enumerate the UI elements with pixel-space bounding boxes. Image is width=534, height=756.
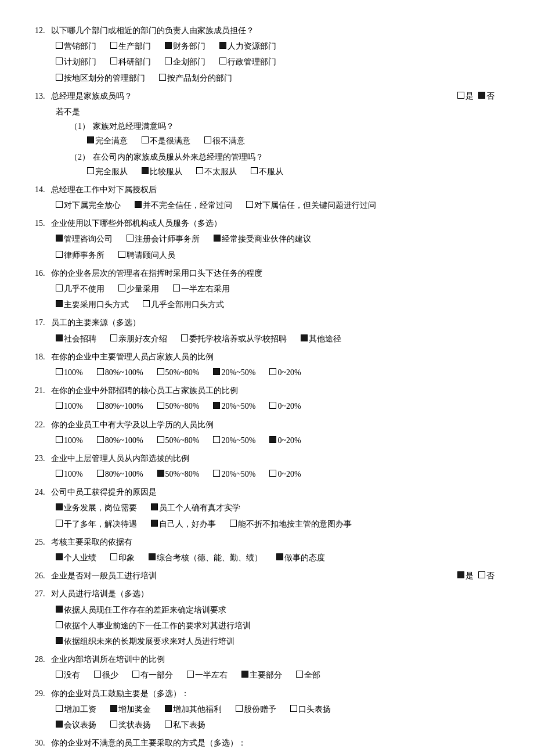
option-item[interactable]: 20%~50%	[213, 467, 255, 481]
unchecked-checkbox[interactable]	[110, 553, 117, 560]
option-item[interactable]: 生产部门	[110, 39, 151, 53]
checked-checkbox[interactable]	[276, 553, 283, 560]
option-item[interactable]: 按产品划分的部门	[159, 71, 232, 85]
option-item[interactable]: 奖状表扬	[110, 718, 151, 732]
option-item[interactable]: 80%~100%	[97, 399, 143, 413]
unchecked-checkbox[interactable]	[290, 705, 297, 712]
option-item[interactable]: 增加其他福利	[165, 702, 222, 717]
option-item[interactable]: 依据组织未来的长期发展要求来对人员进行培训	[56, 634, 234, 649]
checked-checkbox[interactable]	[219, 42, 226, 49]
option-item[interactable]: 20%~50%	[213, 365, 255, 380]
option-item[interactable]: 私下表扬	[165, 718, 205, 732]
unchecked-checkbox[interactable]	[173, 285, 180, 291]
unchecked-checkbox[interactable]	[157, 402, 164, 409]
checked-checkbox[interactable]	[56, 334, 63, 341]
option-item[interactable]: 一半左右采用	[173, 282, 230, 296]
option-item[interactable]: 一半左右	[187, 668, 228, 682]
unchecked-checkbox[interactable]	[269, 402, 276, 409]
option-item[interactable]: 80%~100%	[97, 467, 143, 481]
option-item[interactable]: 经常接受商业伙伴的建议	[214, 232, 311, 246]
unchecked-checkbox[interactable]	[269, 470, 276, 477]
checked-checkbox[interactable]	[56, 721, 63, 728]
option-item[interactable]: 0~20%	[269, 365, 301, 380]
option-item[interactable]: 完全满意	[87, 134, 128, 148]
option-item[interactable]: 否	[478, 568, 495, 583]
option-item[interactable]: 20%~50%	[213, 433, 255, 448]
unchecked-checkbox[interactable]	[97, 402, 104, 409]
unchecked-checkbox[interactable]	[56, 470, 63, 477]
option-item[interactable]: 依据人员现任工作存在的差距来确定培训要求	[56, 603, 226, 617]
checked-checkbox[interactable]	[56, 637, 63, 644]
option-item[interactable]: 全部	[296, 668, 320, 682]
checked-checkbox[interactable]	[110, 705, 117, 712]
checked-checkbox[interactable]	[151, 503, 158, 510]
option-item[interactable]: 营销部门	[56, 39, 96, 53]
option-item[interactable]: 100%	[56, 399, 83, 413]
unchecked-checkbox[interactable]	[56, 201, 63, 208]
option-item[interactable]: 并不完全信任，经常过问	[135, 198, 232, 213]
option-item[interactable]: 少量采用	[118, 282, 159, 296]
unchecked-checkbox[interactable]	[143, 300, 150, 307]
unchecked-checkbox[interactable]	[159, 74, 166, 81]
option-item[interactable]: 80%~100%	[97, 365, 143, 380]
checked-checkbox[interactable]	[213, 402, 220, 409]
option-item[interactable]: 100%	[56, 467, 83, 481]
checked-checkbox[interactable]	[135, 201, 142, 208]
unchecked-checkbox[interactable]	[213, 470, 220, 477]
option-item[interactable]: 100%	[56, 433, 83, 448]
unchecked-checkbox[interactable]	[127, 235, 134, 242]
option-item[interactable]: 口头表扬	[290, 702, 331, 717]
unchecked-checkbox[interactable]	[187, 671, 194, 678]
option-item[interactable]: 财务部门	[165, 39, 205, 53]
option-item[interactable]: 能不折不扣地按主管的意图办事	[230, 517, 352, 531]
option-item[interactable]: 80%~100%	[97, 433, 143, 448]
unchecked-checkbox[interactable]	[56, 621, 63, 628]
unchecked-checkbox[interactable]	[56, 671, 63, 678]
option-item[interactable]: 0~20%	[269, 399, 301, 413]
option-item[interactable]: 100%	[56, 365, 83, 380]
checked-checkbox[interactable]	[56, 300, 63, 307]
option-item[interactable]: 有一部分	[132, 668, 173, 682]
option-item[interactable]: 完全服从	[87, 164, 128, 179]
unchecked-checkbox[interactable]	[56, 57, 63, 64]
option-item[interactable]: 几乎全部用口头方式	[143, 297, 224, 312]
checked-checkbox[interactable]	[87, 136, 94, 143]
option-item[interactable]: 聘请顾问人员	[118, 248, 175, 262]
unchecked-checkbox[interactable]	[181, 334, 188, 341]
checked-checkbox[interactable]	[241, 671, 248, 678]
unchecked-checkbox[interactable]	[236, 705, 243, 712]
option-item[interactable]: 股份赠予	[236, 702, 276, 717]
option-item[interactable]: 行政管理部门	[219, 55, 276, 69]
unchecked-checkbox[interactable]	[196, 167, 203, 174]
unchecked-checkbox[interactable]	[246, 201, 253, 208]
option-item[interactable]: 很少	[94, 668, 118, 682]
option-item[interactable]: 注册会计师事务所	[127, 232, 200, 246]
unchecked-checkbox[interactable]	[56, 368, 63, 375]
unchecked-checkbox[interactable]	[110, 57, 117, 64]
checked-checkbox[interactable]	[165, 705, 172, 712]
option-item[interactable]: 自己人，好办事	[151, 517, 216, 531]
unchecked-checkbox[interactable]	[132, 671, 139, 678]
checked-checkbox[interactable]	[165, 42, 172, 49]
unchecked-checkbox[interactable]	[56, 42, 63, 49]
unchecked-checkbox[interactable]	[251, 167, 258, 174]
unchecked-checkbox[interactable]	[142, 136, 149, 143]
option-item[interactable]: 50%~80%	[157, 399, 200, 413]
option-item[interactable]: 对下属完全放心	[56, 198, 121, 213]
checked-checkbox[interactable]	[56, 503, 63, 510]
option-item[interactable]: 委托学校培养或从学校招聘	[181, 332, 287, 346]
option-item[interactable]: 个人业绩	[56, 550, 96, 565]
checked-checkbox[interactable]	[56, 553, 63, 560]
option-item[interactable]: 50%~80%	[157, 433, 200, 448]
option-item[interactable]: 否	[478, 89, 495, 103]
option-item[interactable]: 综合考核（德、能、勤、绩）	[149, 550, 262, 565]
option-item[interactable]: 亲朋好友介绍	[110, 332, 167, 346]
option-item[interactable]: 很不满意	[204, 134, 245, 148]
option-item[interactable]: 人力资源部门	[219, 39, 276, 53]
unchecked-checkbox[interactable]	[87, 167, 94, 174]
unchecked-checkbox[interactable]	[204, 136, 211, 143]
checked-checkbox[interactable]	[142, 167, 149, 174]
option-item[interactable]: 管理咨询公司	[56, 232, 113, 246]
unchecked-checkbox[interactable]	[97, 470, 104, 477]
checked-checkbox[interactable]	[301, 334, 308, 341]
